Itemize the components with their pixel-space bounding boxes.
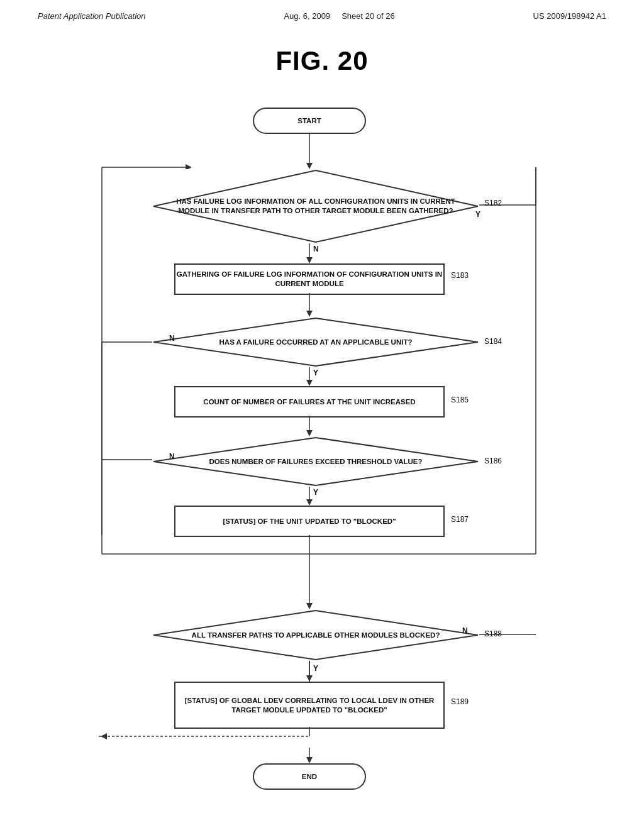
- s189-label: S189: [451, 697, 469, 706]
- svg-marker-10: [306, 430, 313, 436]
- svg-marker-32: [101, 733, 107, 739]
- header-patent-number: US 2009/198942 A1: [533, 11, 606, 21]
- header-date: Aug. 6, 2009: [284, 11, 330, 21]
- s188-diamond: ALL TRANSFER PATHS TO APPLICABLE OTHER M…: [152, 609, 479, 661]
- s187-text: [STATUS] OF THE UNIT UPDATED TO "BLOCKED…: [223, 517, 396, 526]
- s183-label: S183: [451, 271, 469, 280]
- svg-marker-26: [306, 603, 313, 609]
- s186-diamond: DOES NUMBER OF FAILURES EXCEED THRESHOLD…: [152, 436, 479, 487]
- s182-n-label: N: [313, 245, 319, 253]
- s186-y-label: Y: [313, 488, 318, 497]
- s182-text: HAS FAILURE LOG INFORMATION OF ALL CONFI…: [152, 197, 479, 216]
- s188-label: S188: [484, 629, 502, 638]
- s186-n-label: N: [169, 452, 175, 461]
- svg-marker-3: [306, 257, 313, 263]
- s182-diamond: HAS FAILURE LOG INFORMATION OF ALL CONFI…: [152, 169, 479, 243]
- header-publication: Patent Application Publication: [38, 11, 146, 21]
- s184-y-label: Y: [313, 368, 318, 377]
- s185-label: S185: [451, 396, 469, 404]
- start-label: START: [297, 116, 321, 126]
- figure-title: FIG. 20: [0, 46, 644, 76]
- svg-marker-35: [306, 757, 313, 763]
- svg-marker-7: [306, 380, 313, 386]
- start-shape: START: [253, 108, 366, 134]
- s187-rect: [STATUS] OF THE UNIT UPDATED TO "BLOCKED…: [174, 506, 445, 537]
- end-label: END: [302, 772, 317, 782]
- flowchart-diagram: START HAS FAILURE LOG INFORMATION OF ALL…: [39, 95, 605, 787]
- svg-marker-1: [306, 163, 313, 169]
- s184-label: S184: [484, 337, 502, 346]
- s184-text: HAS A FAILURE OCCURRED AT AN APPLICABLE …: [207, 338, 425, 347]
- s188-n-label: N: [462, 626, 468, 635]
- s183-text: GATHERING OF FAILURE LOG INFORMATION OF …: [175, 270, 443, 289]
- svg-marker-5: [306, 311, 313, 317]
- page-header: Patent Application Publication Aug. 6, 2…: [0, 0, 644, 27]
- s184-diamond: HAS A FAILURE OCCURRED AT AN APPLICABLE …: [152, 317, 479, 367]
- s184-n-label: N: [169, 334, 175, 343]
- header-sheet: Sheet 20 of 26: [341, 11, 395, 21]
- header-date-sheet: Aug. 6, 2009 Sheet 20 of 26: [284, 11, 394, 21]
- s189-rect: [STATUS] OF GLOBAL LDEV CORRELATING TO L…: [174, 682, 445, 729]
- s188-y-label: Y: [313, 664, 318, 673]
- svg-marker-12: [306, 499, 313, 506]
- s185-rect: COUNT OF NUMBER OF FAILURES AT THE UNIT …: [174, 386, 445, 418]
- s186-label: S186: [484, 456, 502, 465]
- svg-marker-28: [306, 675, 313, 682]
- s189-text: [STATUS] OF GLOBAL LDEV CORRELATING TO L…: [175, 696, 443, 715]
- end-shape: END: [253, 763, 366, 790]
- s187-label: S187: [451, 515, 469, 524]
- s188-text: ALL TRANSFER PATHS TO APPLICABLE OTHER M…: [179, 631, 453, 640]
- s186-text: DOES NUMBER OF FAILURES EXCEED THRESHOLD…: [196, 457, 435, 467]
- s183-rect: GATHERING OF FAILURE LOG INFORMATION OF …: [174, 263, 445, 295]
- s182-label: S182: [484, 199, 502, 208]
- s185-text: COUNT OF NUMBER OF FAILURES AT THE UNIT …: [203, 397, 415, 407]
